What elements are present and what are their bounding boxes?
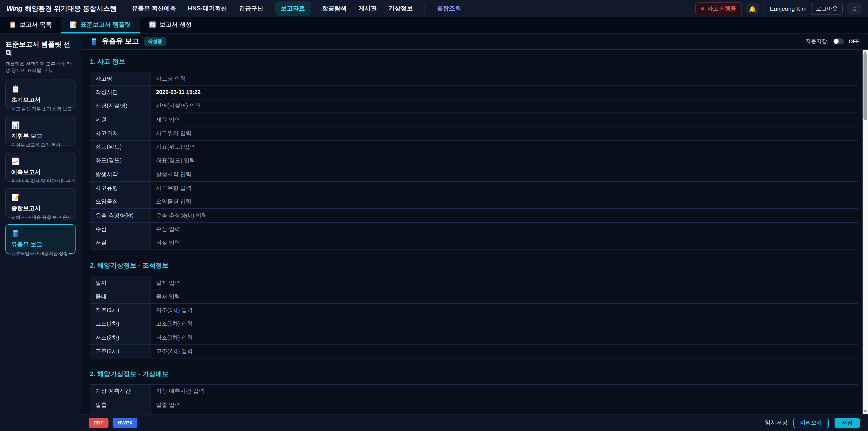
field-label: 고조(2차) — [90, 345, 151, 358]
preview-button[interactable]: 미리보기 — [794, 418, 829, 428]
scroll-down-arrow-icon[interactable] — [863, 409, 868, 414]
vertical-scrollbar[interactable] — [863, 50, 868, 414]
nav-item-보고자료[interactable]: 보고자료 — [275, 1, 310, 16]
field-input-사고명[interactable]: 사고명 입력 — [151, 72, 858, 86]
field-input-일출[interactable]: 일출 입력 — [151, 398, 858, 412]
logo-wing-mark: Wing — [6, 4, 22, 13]
sidebar-title: 표준보고서 템플릿 선택 — [5, 40, 75, 57]
field-input-고조(2차)[interactable]: 고조(2차) 입력 — [151, 345, 858, 358]
form-row-수심: 수심수심 입력 — [90, 223, 858, 237]
chart-up-icon: 📈 — [11, 157, 70, 166]
template-card-title: 예측보고서 — [11, 168, 70, 177]
template-card-초기보고서[interactable]: 📋초기보고서사고 발생 직후 초기 상황 보고 — [5, 80, 75, 110]
template-card-desc: 확산예측 결과 및 민감자원 분석 — [11, 178, 70, 185]
report-form: 1. 사고 정보사고명사고명 입력작성시간2026-03-11 15:22선명(… — [81, 50, 863, 414]
form-row-고조(1차): 고조(1차)고조(1차) 입력 — [90, 317, 858, 331]
autosave-control: 자동저장: OFF — [805, 38, 860, 45]
field-input-일자[interactable]: 일자 입력 — [151, 276, 858, 290]
field-input-좌표(위도)[interactable]: 좌표(위도) 입력 — [151, 141, 858, 154]
field-label: 좌표(위도) — [90, 141, 151, 154]
form-row-물때: 물때물때 입력 — [90, 290, 858, 304]
hamburger-menu-button[interactable]: ≡ — [847, 3, 862, 14]
template-card-지휘부 보고[interactable]: 📊지휘부 보고지휘부 보고용 요약 문서 — [5, 116, 75, 146]
form-table: 기상 예측시간기상 예측시간 입력일출일출 입력일몰일몰 입력 — [90, 384, 858, 414]
field-label: 제원 — [90, 113, 151, 127]
field-input-제원[interactable]: 제원 입력 — [151, 113, 858, 127]
top-nav: Wing 해양환경 위기대응 통합시스템 유출유 확산예측HNS·대기확산긴급구… — [0, 0, 868, 17]
nav-item-유출유 확산예측[interactable]: 유출유 확산예측 — [132, 4, 176, 13]
field-label: 물때 — [90, 290, 151, 303]
scrollbar-thumb[interactable] — [864, 53, 867, 120]
nav-item-기상정보[interactable]: 기상정보 — [388, 4, 413, 13]
notification-bell-button[interactable]: 🔔 — [746, 3, 758, 14]
field-input-물때[interactable]: 물때 입력 — [151, 290, 858, 303]
field-input-저질[interactable]: 저질 입력 — [151, 237, 858, 250]
field-input-유출 추정량(kℓ)[interactable]: 유출 추정량(kℓ) 입력 — [151, 209, 858, 222]
app-root: Wing 해양환경 위기대응 통합시스템 유출유 확산예측HNS·대기확산긴급구… — [0, 0, 868, 431]
temp-save-button[interactable]: 임시저장 — [765, 419, 787, 427]
logout-button[interactable]: 로그아웃 — [811, 2, 843, 15]
field-label: 발생시각 — [90, 168, 151, 181]
form-row-일자: 일자일자 입력 — [90, 276, 858, 290]
field-input-발생시각[interactable]: 발생시각 입력 — [151, 168, 858, 181]
field-label: 저조(1차) — [90, 304, 151, 317]
export-hwpx-button[interactable]: HWPX — [113, 418, 137, 428]
tab-보고서 목록[interactable]: 📋보고서 목록 — [0, 17, 61, 33]
field-label: 일출 — [90, 398, 151, 412]
template-card-유출유 보고[interactable]: 🛢️유출유 보고유류오염사고 대응지원 상황도 — [5, 224, 75, 254]
field-input-사고위치[interactable]: 사고위치 입력 — [151, 127, 858, 140]
template-card-예측보고서[interactable]: 📈예측보고서확산예측 결과 및 민감자원 분석 — [5, 152, 75, 182]
action-bar: PDFHWPX 임시저장 미리보기 저장 — [81, 414, 868, 431]
template-card-desc: 전체 사고 대응 종합 보고 문서 — [11, 214, 70, 221]
incident-badge-label: 사고 진행중 — [707, 5, 736, 12]
clipboard-icon: 📋 — [9, 21, 16, 28]
field-input-저조(1차)[interactable]: 저조(1차) 입력 — [151, 304, 858, 317]
nav-item-통합조회[interactable]: 통합조회 — [437, 4, 461, 13]
field-input-선명(시설명)[interactable]: 선명(시설명) 입력 — [151, 99, 858, 113]
field-label: 오염물질 — [90, 195, 151, 209]
tab-보고서 생성[interactable]: 🔄보고서 생성 — [140, 17, 201, 33]
report-title: 유출유 보고 — [102, 37, 139, 46]
export-pdf-button[interactable]: PDF — [89, 418, 108, 428]
field-label: 작성시간 — [90, 86, 151, 99]
sidebar-subtitle: 템플릿을 선택하면 오른쪽에 작성 양식이 표시됩니다. — [5, 61, 75, 73]
save-button[interactable]: 저장 — [835, 418, 860, 428]
field-input-작성시간[interactable]: 2026-03-11 15:22 — [151, 86, 858, 99]
field-label: 저질 — [90, 237, 151, 250]
field-label: 사고유형 — [90, 182, 151, 195]
field-input-수심[interactable]: 수심 입력 — [151, 223, 858, 236]
incident-status-badge[interactable]: 사고 진행중 — [695, 2, 742, 15]
export-button-group: PDFHWPX — [89, 418, 142, 428]
field-input-사고유형[interactable]: 사고유형 입력 — [151, 182, 858, 195]
autosave-label: 자동저장: — [805, 38, 829, 45]
field-label: 일몰 — [90, 412, 151, 414]
field-input-기상 예측시간[interactable]: 기상 예측시간 입력 — [151, 385, 858, 398]
form-row-저질: 저질저질 입력 — [90, 237, 858, 250]
nav-item-긴급구난[interactable]: 긴급구난 — [239, 4, 264, 13]
autosave-toggle[interactable] — [833, 39, 844, 44]
template-card-종합보고서[interactable]: 📝종합보고서전체 사고 대응 종합 보고 문서 — [5, 188, 75, 218]
template-card-title: 유출유 보고 — [11, 241, 70, 249]
bell-icon: 🔔 — [749, 5, 756, 12]
template-sidebar: 표준보고서 템플릿 선택 템플릿을 선택하면 오른쪽에 작성 양식이 표시됩니다… — [0, 34, 81, 431]
nav-item-항공탐색[interactable]: 항공탐색 — [322, 4, 346, 13]
field-input-일몰[interactable]: 일몰 입력 — [151, 412, 858, 414]
incident-dot-icon — [701, 7, 704, 10]
form-row-사고위치: 사고위치사고위치 입력 — [90, 127, 858, 141]
field-label: 좌표(경도) — [90, 154, 151, 168]
field-input-고조(1차)[interactable]: 고조(1차) 입력 — [151, 317, 858, 331]
field-input-저조(2차)[interactable]: 저조(2차) 입력 — [151, 331, 858, 344]
autosave-state: OFF — [848, 38, 860, 45]
field-input-좌표(경도)[interactable]: 좌표(경도) 입력 — [151, 154, 858, 168]
tab-label: 보고서 목록 — [20, 21, 52, 29]
app-title: 해양환경 위기대응 통합시스템 — [25, 4, 117, 13]
nav-item-HNS·대기확산[interactable]: HNS·대기확산 — [188, 4, 227, 13]
form-row-고조(2차): 고조(2차)고조(2차) 입력 — [90, 345, 858, 359]
tab-표준보고서 템플릿[interactable]: 📝표준보고서 템플릿 — [61, 17, 140, 33]
form-row-기상 예측시간: 기상 예측시간기상 예측시간 입력 — [90, 385, 858, 398]
section-title: 2. 해양기상정보 - 조석정보 — [90, 261, 858, 270]
field-label: 일자 — [90, 276, 151, 290]
field-input-오염물질[interactable]: 오염물질 입력 — [151, 195, 858, 209]
template-card-title: 지휘부 보고 — [11, 132, 70, 140]
nav-item-게시판[interactable]: 게시판 — [358, 4, 377, 13]
